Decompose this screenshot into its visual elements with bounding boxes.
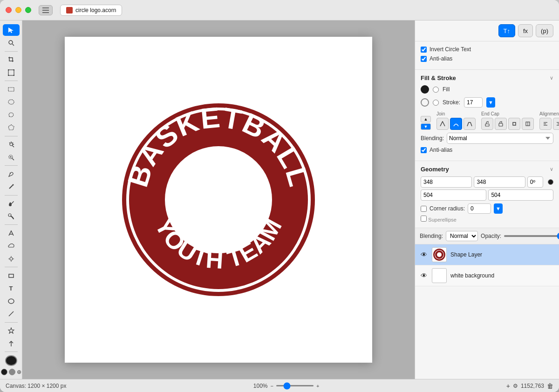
svg-rect-6 xyxy=(8,70,14,75)
document-tab[interactable]: circle logo.acorn xyxy=(60,5,122,16)
x-input[interactable] xyxy=(421,179,472,185)
join-round-btn[interactable] xyxy=(450,118,462,130)
fill-radio[interactable] xyxy=(433,87,439,93)
svg-point-29 xyxy=(10,257,13,260)
quick-select-tool[interactable] xyxy=(3,151,20,163)
fullscreen-button[interactable] xyxy=(25,7,31,13)
star-tool[interactable] xyxy=(3,325,20,337)
rect-shape-tool[interactable] xyxy=(3,270,20,281)
join-bevel-btn[interactable] xyxy=(464,118,476,130)
rotation-input[interactable] xyxy=(528,179,543,185)
end-cap-lock2-btn[interactable] xyxy=(495,118,507,130)
blending-bottom-label: Blending: xyxy=(420,233,443,239)
pen-tool[interactable] xyxy=(3,168,20,180)
fill-stroke-collapse[interactable]: ∨ xyxy=(550,75,553,81)
zoom-out-icon[interactable]: − xyxy=(271,383,273,389)
fill-color-dot[interactable] xyxy=(421,85,429,94)
foreground-color-swatch[interactable] xyxy=(5,355,17,366)
y-input[interactable] xyxy=(474,179,525,185)
sidebar-toggle-button[interactable] xyxy=(39,5,53,15)
corner-radius-input[interactable] xyxy=(468,203,491,214)
arrow-down-btn[interactable]: ▼ xyxy=(421,123,431,130)
geometry-collapse[interactable]: ∨ xyxy=(550,166,553,172)
fg-color-mini[interactable] xyxy=(1,369,7,375)
p-btn[interactable]: (p) xyxy=(536,24,553,37)
h-input[interactable] xyxy=(489,192,553,198)
sun-tool[interactable] xyxy=(3,253,20,264)
transform-tool[interactable] xyxy=(3,67,20,78)
corner-radius-dropdown[interactable]: ▼ xyxy=(494,203,503,214)
bg-color-mini[interactable] xyxy=(9,369,15,375)
invert-circle-text-row: Invert Circle Text xyxy=(421,46,553,53)
anti-alias-top-row: Anti-alias xyxy=(421,55,553,62)
w-input[interactable] xyxy=(421,192,486,198)
join-miter-btn[interactable] xyxy=(436,118,449,130)
crop-tool[interactable] xyxy=(3,54,20,66)
toolbar-divider-7 xyxy=(5,267,18,267)
zoom-tool[interactable] xyxy=(3,37,20,48)
blending-select[interactable]: Normal Multiply Screen Overlay xyxy=(447,133,553,144)
zoom-slider-control[interactable] xyxy=(276,385,314,386)
svg-line-36 xyxy=(9,311,14,316)
smudge-tool[interactable] xyxy=(3,210,20,222)
fx-btn[interactable]: fx xyxy=(518,24,533,37)
end-cap-lock-btn[interactable] xyxy=(481,118,493,130)
stroke-width-input[interactable] xyxy=(464,97,483,108)
stroke-radio[interactable] xyxy=(433,100,439,106)
svg-point-35 xyxy=(8,299,14,304)
zoom-in-icon[interactable]: + xyxy=(316,383,319,389)
ellipse-select-tool[interactable] xyxy=(3,96,20,108)
stroke-color-dot[interactable] xyxy=(421,98,429,107)
toolbar-divider-6 xyxy=(5,224,18,225)
align-center-btn[interactable] xyxy=(553,118,559,130)
settings-icon[interactable]: ⚙ xyxy=(513,383,518,389)
fill-row: Fill xyxy=(421,85,553,94)
rect-select-tool[interactable] xyxy=(3,83,20,95)
end-cap-square-btn[interactable] xyxy=(508,118,520,130)
minimize-button[interactable] xyxy=(15,7,21,13)
text-options-section: Invert Circle Text Anti-alias xyxy=(415,41,559,70)
opacity-slider[interactable] xyxy=(504,235,559,237)
arrow-up-tool[interactable] xyxy=(3,338,20,349)
xy-row: X Y xyxy=(421,176,553,188)
add-layer-icon[interactable]: + xyxy=(506,382,510,390)
left-toolbar: T ⊕ xyxy=(0,20,22,379)
arrow-up-btn[interactable]: ▲ xyxy=(421,116,431,122)
logo-svg: BASKETBALL YOUTH TEAM xyxy=(118,100,319,300)
svg-point-65 xyxy=(437,252,442,257)
blending-strip: Blending: Normal Opacity: 100% xyxy=(415,228,559,244)
anti-alias-top-checkbox[interactable] xyxy=(421,56,427,62)
vector-tool[interactable] xyxy=(3,227,20,239)
right-panel: T↑ fx (p) Invert Circle Text Anti-alias xyxy=(415,20,559,379)
delete-layer-icon[interactable]: 🗑 xyxy=(547,382,553,390)
stroke-unit-dropdown[interactable]: ▼ xyxy=(486,97,495,108)
anti-alias-bottom-checkbox[interactable] xyxy=(421,147,427,153)
cloud-shape-tool[interactable] xyxy=(3,240,20,252)
select-tool[interactable] xyxy=(3,24,20,36)
geometry-header: Geometry ∨ xyxy=(421,166,553,173)
superellipse-checkbox[interactable] xyxy=(421,216,427,222)
close-button[interactable] xyxy=(6,7,12,13)
rotation-point-indicator[interactable] xyxy=(548,179,553,185)
brush-tool[interactable] xyxy=(3,181,20,193)
layer-item-shape[interactable]: 👁 Shape Layer xyxy=(415,244,559,265)
line-tool[interactable] xyxy=(3,308,20,319)
lasso-tool[interactable] xyxy=(3,109,20,121)
eyedropper-tool[interactable]: ⊕ xyxy=(17,369,21,375)
blending-bottom-select[interactable]: Normal xyxy=(446,231,478,241)
ellipse-shape-tool[interactable] xyxy=(3,295,20,307)
svg-rect-49 xyxy=(499,123,503,126)
layer-visibility-eye-shape[interactable]: 👁 xyxy=(420,251,428,258)
paint-bucket-tool[interactable] xyxy=(3,198,20,210)
magic-wand-tool[interactable] xyxy=(3,139,20,150)
toolbar-divider-4 xyxy=(5,165,18,166)
invert-circle-text-checkbox[interactable] xyxy=(421,47,427,53)
align-left-btn[interactable] xyxy=(539,118,552,130)
layer-item-background[interactable]: 👁 white background xyxy=(415,265,559,286)
corner-radius-checkbox[interactable] xyxy=(421,206,427,212)
end-cap-project-btn[interactable] xyxy=(522,118,534,130)
text-properties-btn[interactable]: T↑ xyxy=(498,24,515,37)
polygon-select-tool[interactable] xyxy=(3,122,20,133)
layer-visibility-eye-bg[interactable]: 👁 xyxy=(420,272,428,279)
text-tool[interactable]: T xyxy=(3,283,20,294)
